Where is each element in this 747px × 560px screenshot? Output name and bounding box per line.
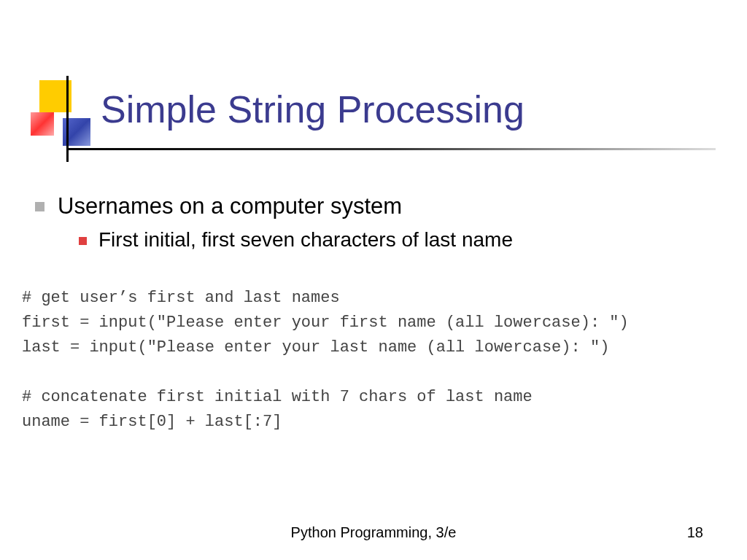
bullet-square-icon xyxy=(79,237,87,245)
slide-body: Usernames on a computer system First ini… xyxy=(35,193,718,260)
slide-decoration xyxy=(31,80,78,149)
red-square-icon xyxy=(31,112,54,136)
footer-text: Python Programming, 3/e xyxy=(0,524,747,541)
code-line: # concatenate first initial with 7 chars… xyxy=(22,385,725,410)
bullet-text: Usernames on a computer system xyxy=(58,193,402,219)
code-blank-line xyxy=(22,360,725,385)
page-number: 18 xyxy=(687,524,703,541)
bullet-square-icon xyxy=(35,202,44,211)
code-line: last = input("Please enter your last nam… xyxy=(22,335,725,360)
slide-title: Simple String Processing xyxy=(101,88,525,131)
bullet-level-2: First initial, first seven characters of… xyxy=(79,228,718,252)
bullet-level-1: Usernames on a computer system xyxy=(35,193,718,219)
code-block: # get user’s first and last names first … xyxy=(22,286,725,435)
code-line: uname = first[0] + last[:7] xyxy=(22,410,725,435)
horizontal-rule xyxy=(66,148,716,150)
code-line: # get user’s first and last names xyxy=(22,286,725,311)
bullet-text: First initial, first seven characters of… xyxy=(98,228,513,252)
code-line: first = input("Please enter your first n… xyxy=(22,311,725,335)
